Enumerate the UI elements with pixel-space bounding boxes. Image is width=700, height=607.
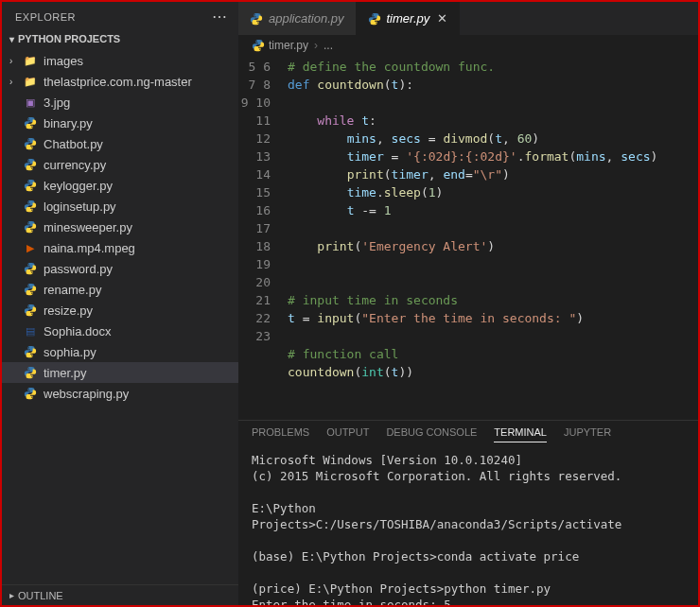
python-file-icon: [23, 261, 38, 276]
tree-item-label: webscraping.py: [44, 387, 129, 401]
editor-tab[interactable]: application.py: [238, 2, 357, 35]
panel-tab[interactable]: JUPYTER: [564, 426, 611, 442]
tree-item-label: resize.py: [44, 304, 93, 318]
tree-item[interactable]: password.py: [2, 258, 238, 279]
python-file-icon: [23, 365, 38, 380]
python-file-icon: [23, 199, 38, 214]
tree-item-label: keylogger.py: [44, 179, 113, 193]
python-file-icon: [23, 386, 38, 401]
tree-item-label: Chatbot.py: [44, 137, 103, 151]
tree-item-label: password.py: [44, 262, 113, 276]
chevron-right-icon: ›: [9, 77, 21, 87]
tree-item[interactable]: timer.py: [2, 362, 238, 383]
tree-item-label: binary.py: [44, 116, 93, 130]
line-gutter: 5 6 7 8 9 10 11 12 13 14 15 16 17 18 19 …: [238, 56, 288, 420]
tree-item-label: thelastprice.com.ng-master: [44, 75, 192, 89]
bottom-panel: PROBLEMSOUTPUTDEBUG CONSOLETERMINALJUPYT…: [238, 420, 698, 605]
project-section-label: PYTHON PROJECTS: [18, 33, 120, 44]
python-file-icon: [250, 12, 263, 26]
tree-item[interactable]: Chatbot.py: [2, 133, 238, 154]
tree-item[interactable]: loginsetup.py: [2, 196, 238, 217]
panel-tab[interactable]: TERMINAL: [494, 426, 547, 442]
editor-tabs: application.pytimer.py✕: [238, 2, 698, 35]
python-file-icon: [23, 303, 38, 318]
python-file-icon: [23, 219, 38, 234]
tree-item-label: rename.py: [44, 283, 101, 297]
tree-item[interactable]: ›📁images: [2, 50, 238, 71]
tree-item[interactable]: keylogger.py: [2, 175, 238, 196]
explorer-header: EXPLORER ⋯: [2, 2, 238, 29]
breadcrumb[interactable]: timer.py › ...: [238, 35, 698, 56]
more-actions-icon[interactable]: ⋯: [212, 8, 228, 26]
tree-item-label: 3.jpg: [44, 95, 70, 110]
tree-item[interactable]: ▶naina.mp4.mpeg: [2, 237, 238, 258]
outline-section[interactable]: OUTLINE: [2, 584, 238, 605]
tree-item[interactable]: webscraping.py: [2, 383, 238, 404]
tree-item[interactable]: currency.py: [2, 154, 238, 175]
python-file-icon: [23, 136, 38, 151]
python-file-icon: [23, 178, 38, 193]
code-content[interactable]: # define the countdown func. def countdo…: [288, 56, 698, 420]
tree-item-label: naina.mp4.mpeg: [44, 241, 135, 255]
breadcrumb-file: timer.py: [269, 39, 308, 52]
chevron-right-icon: ›: [9, 56, 21, 66]
tab-label: timer.py: [387, 11, 430, 26]
tree-item-label: timer.py: [44, 366, 87, 380]
panel-tab[interactable]: PROBLEMS: [252, 426, 309, 442]
code-editor[interactable]: 5 6 7 8 9 10 11 12 13 14 15 16 17 18 19 …: [238, 56, 698, 420]
tree-item[interactable]: ▣3.jpg: [2, 92, 238, 113]
image-file-icon: ▣: [23, 95, 38, 110]
python-file-icon: [23, 157, 38, 172]
python-file-icon: [252, 39, 265, 52]
tree-item-label: minesweeper.py: [44, 220, 132, 234]
folder-icon: 📁: [23, 53, 38, 68]
tree-item[interactable]: rename.py: [2, 279, 238, 300]
outline-label: OUTLINE: [18, 590, 63, 601]
tree-item-label: images: [44, 54, 83, 68]
media-file-icon: ▶: [23, 240, 38, 255]
tree-item[interactable]: binary.py: [2, 113, 238, 133]
explorer-sidebar: EXPLORER ⋯ PYTHON PROJECTS ›📁images›📁the…: [2, 2, 238, 605]
project-section-title[interactable]: PYTHON PROJECTS: [2, 29, 238, 50]
close-icon[interactable]: ✕: [437, 11, 447, 26]
tree-item-label: Sophia.docx: [44, 324, 112, 338]
panel-tabs: PROBLEMSOUTPUTDEBUG CONSOLETERMINALJUPYT…: [238, 421, 698, 446]
tree-item[interactable]: ▤Sophia.docx: [2, 321, 238, 341]
tree-item-label: currency.py: [44, 158, 106, 172]
tree-item[interactable]: minesweeper.py: [2, 217, 238, 237]
editor-area: application.pytimer.py✕ timer.py › ... 5…: [238, 2, 698, 605]
tree-item[interactable]: ›📁thelastprice.com.ng-master: [2, 71, 238, 92]
python-file-icon: [23, 344, 38, 359]
tree-item-label: loginsetup.py: [44, 199, 116, 214]
folder-icon: 📁: [23, 74, 38, 89]
editor-tab[interactable]: timer.py✕: [357, 2, 461, 35]
file-tree: ›📁images›📁thelastprice.com.ng-master▣3.j…: [2, 50, 238, 584]
python-file-icon: [23, 282, 38, 297]
breadcrumb-more: ...: [324, 39, 333, 52]
tab-label: application.py: [269, 11, 344, 26]
breadcrumb-separator-icon: ›: [314, 39, 318, 52]
panel-tab[interactable]: DEBUG CONSOLE: [386, 426, 477, 442]
tree-item[interactable]: resize.py: [2, 300, 238, 321]
python-file-icon: [23, 115, 38, 130]
terminal-output[interactable]: Microsoft Windows [Version 10.0.10240] (…: [238, 446, 698, 605]
panel-tab[interactable]: OUTPUT: [326, 426, 369, 442]
python-file-icon: [368, 12, 381, 26]
tree-item-label: sophia.py: [44, 345, 96, 359]
explorer-title: EXPLORER: [15, 11, 212, 23]
tree-item[interactable]: sophia.py: [2, 341, 238, 362]
document-file-icon: ▤: [23, 323, 38, 338]
